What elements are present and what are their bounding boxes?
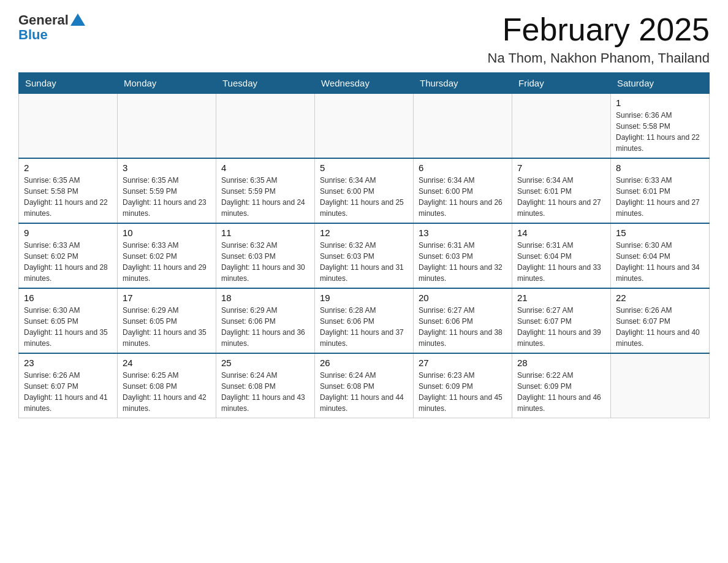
calendar-day-cell: 13Sunrise: 6:31 AMSunset: 6:03 PMDayligh…	[414, 223, 512, 288]
calendar-day-cell: 2Sunrise: 6:35 AMSunset: 5:58 PMDaylight…	[19, 158, 118, 223]
day-sun-info: Sunrise: 6:26 AMSunset: 6:07 PMDaylight:…	[24, 370, 112, 414]
logo-triangle-icon	[70, 13, 85, 26]
calendar-week-row: 16Sunrise: 6:30 AMSunset: 6:05 PMDayligh…	[19, 288, 710, 353]
day-sun-info: Sunrise: 6:25 AMSunset: 6:08 PMDaylight:…	[123, 370, 211, 414]
day-of-week-header: Monday	[118, 73, 216, 94]
day-number: 3	[123, 163, 211, 173]
day-number: 22	[616, 293, 704, 303]
day-sun-info: Sunrise: 6:36 AMSunset: 5:58 PMDaylight:…	[616, 110, 704, 154]
day-sun-info: Sunrise: 6:34 AMSunset: 6:00 PMDaylight:…	[419, 175, 507, 219]
page-header: General Blue February 2025 Na Thom, Nakh…	[18, 12, 710, 66]
calendar-day-cell: 7Sunrise: 6:34 AMSunset: 6:01 PMDaylight…	[512, 158, 611, 223]
calendar-day-cell	[512, 94, 611, 159]
calendar-day-cell	[216, 94, 315, 159]
day-sun-info: Sunrise: 6:23 AMSunset: 6:09 PMDaylight:…	[419, 370, 507, 414]
day-sun-info: Sunrise: 6:27 AMSunset: 6:07 PMDaylight:…	[517, 305, 605, 349]
day-number: 27	[419, 358, 507, 368]
day-sun-info: Sunrise: 6:29 AMSunset: 6:05 PMDaylight:…	[123, 305, 211, 349]
day-sun-info: Sunrise: 6:27 AMSunset: 6:06 PMDaylight:…	[419, 305, 507, 349]
calendar-location: Na Thom, Nakhon Phanom, Thailand	[488, 50, 710, 66]
day-sun-info: Sunrise: 6:28 AMSunset: 6:06 PMDaylight:…	[320, 305, 408, 349]
day-sun-info: Sunrise: 6:26 AMSunset: 6:07 PMDaylight:…	[616, 305, 704, 349]
calendar-title: February 2025	[488, 12, 710, 47]
day-sun-info: Sunrise: 6:33 AMSunset: 6:02 PMDaylight:…	[123, 240, 211, 284]
calendar-day-cell: 22Sunrise: 6:26 AMSunset: 6:07 PMDayligh…	[611, 288, 710, 353]
calendar-week-row: 2Sunrise: 6:35 AMSunset: 5:58 PMDaylight…	[19, 158, 710, 223]
day-sun-info: Sunrise: 6:31 AMSunset: 6:03 PMDaylight:…	[419, 240, 507, 284]
calendar-week-row: 23Sunrise: 6:26 AMSunset: 6:07 PMDayligh…	[19, 353, 710, 418]
day-of-week-header: Thursday	[414, 73, 512, 94]
day-number: 6	[419, 163, 507, 173]
calendar-day-cell: 11Sunrise: 6:32 AMSunset: 6:03 PMDayligh…	[216, 223, 315, 288]
calendar-day-cell: 8Sunrise: 6:33 AMSunset: 6:01 PMDaylight…	[611, 158, 710, 223]
day-number: 18	[221, 293, 309, 303]
calendar-day-cell: 26Sunrise: 6:24 AMSunset: 6:08 PMDayligh…	[315, 353, 414, 418]
day-number: 23	[24, 358, 112, 368]
day-sun-info: Sunrise: 6:35 AMSunset: 5:59 PMDaylight:…	[221, 175, 309, 219]
calendar-day-cell: 14Sunrise: 6:31 AMSunset: 6:04 PMDayligh…	[512, 223, 611, 288]
day-sun-info: Sunrise: 6:34 AMSunset: 6:01 PMDaylight:…	[517, 175, 605, 219]
calendar-day-cell: 28Sunrise: 6:22 AMSunset: 6:09 PMDayligh…	[512, 353, 611, 418]
day-number: 10	[123, 228, 211, 238]
day-sun-info: Sunrise: 6:29 AMSunset: 6:06 PMDaylight:…	[221, 305, 309, 349]
day-number: 11	[221, 228, 309, 238]
calendar-day-cell	[414, 94, 512, 159]
day-number: 16	[24, 293, 112, 303]
calendar-header-row: SundayMondayTuesdayWednesdayThursdayFrid…	[19, 73, 710, 94]
calendar-day-cell: 19Sunrise: 6:28 AMSunset: 6:06 PMDayligh…	[315, 288, 414, 353]
day-number: 8	[616, 163, 704, 173]
logo: General Blue	[18, 12, 85, 43]
calendar-day-cell	[19, 94, 118, 159]
day-number: 14	[517, 228, 605, 238]
day-number: 15	[616, 228, 704, 238]
day-number: 4	[221, 163, 309, 173]
calendar-day-cell: 12Sunrise: 6:32 AMSunset: 6:03 PMDayligh…	[315, 223, 414, 288]
day-number: 26	[320, 358, 408, 368]
day-sun-info: Sunrise: 6:30 AMSunset: 6:04 PMDaylight:…	[616, 240, 704, 284]
logo-blue-text: Blue	[18, 27, 48, 43]
calendar-day-cell: 15Sunrise: 6:30 AMSunset: 6:04 PMDayligh…	[611, 223, 710, 288]
calendar-day-cell	[315, 94, 414, 159]
day-sun-info: Sunrise: 6:34 AMSunset: 6:00 PMDaylight:…	[320, 175, 408, 219]
title-section: February 2025 Na Thom, Nakhon Phanom, Th…	[488, 12, 710, 66]
day-sun-info: Sunrise: 6:31 AMSunset: 6:04 PMDaylight:…	[517, 240, 605, 284]
day-number: 5	[320, 163, 408, 173]
calendar-week-row: 9Sunrise: 6:33 AMSunset: 6:02 PMDaylight…	[19, 223, 710, 288]
calendar-day-cell: 18Sunrise: 6:29 AMSunset: 6:06 PMDayligh…	[216, 288, 315, 353]
day-number: 19	[320, 293, 408, 303]
day-sun-info: Sunrise: 6:33 AMSunset: 6:02 PMDaylight:…	[24, 240, 112, 284]
calendar-day-cell: 24Sunrise: 6:25 AMSunset: 6:08 PMDayligh…	[118, 353, 216, 418]
calendar-day-cell	[118, 94, 216, 159]
day-number: 12	[320, 228, 408, 238]
day-number: 2	[24, 163, 112, 173]
day-number: 20	[419, 293, 507, 303]
day-sun-info: Sunrise: 6:24 AMSunset: 6:08 PMDaylight:…	[320, 370, 408, 414]
day-number: 13	[419, 228, 507, 238]
calendar-table: SundayMondayTuesdayWednesdayThursdayFrid…	[18, 72, 710, 418]
day-sun-info: Sunrise: 6:32 AMSunset: 6:03 PMDaylight:…	[320, 240, 408, 284]
calendar-day-cell: 21Sunrise: 6:27 AMSunset: 6:07 PMDayligh…	[512, 288, 611, 353]
calendar-day-cell: 3Sunrise: 6:35 AMSunset: 5:59 PMDaylight…	[118, 158, 216, 223]
calendar-day-cell: 20Sunrise: 6:27 AMSunset: 6:06 PMDayligh…	[414, 288, 512, 353]
day-of-week-header: Sunday	[19, 73, 118, 94]
day-sun-info: Sunrise: 6:30 AMSunset: 6:05 PMDaylight:…	[24, 305, 112, 349]
day-of-week-header: Tuesday	[216, 73, 315, 94]
day-number: 21	[517, 293, 605, 303]
calendar-day-cell: 10Sunrise: 6:33 AMSunset: 6:02 PMDayligh…	[118, 223, 216, 288]
calendar-day-cell: 1Sunrise: 6:36 AMSunset: 5:58 PMDaylight…	[611, 94, 710, 159]
calendar-day-cell: 5Sunrise: 6:34 AMSunset: 6:00 PMDaylight…	[315, 158, 414, 223]
calendar-day-cell: 4Sunrise: 6:35 AMSunset: 5:59 PMDaylight…	[216, 158, 315, 223]
logo-general-text: General	[18, 12, 69, 28]
day-number: 24	[123, 358, 211, 368]
calendar-day-cell: 16Sunrise: 6:30 AMSunset: 6:05 PMDayligh…	[19, 288, 118, 353]
calendar-day-cell: 9Sunrise: 6:33 AMSunset: 6:02 PMDaylight…	[19, 223, 118, 288]
calendar-day-cell: 25Sunrise: 6:24 AMSunset: 6:08 PMDayligh…	[216, 353, 315, 418]
day-of-week-header: Wednesday	[315, 73, 414, 94]
day-of-week-header: Saturday	[611, 73, 710, 94]
day-number: 9	[24, 228, 112, 238]
day-sun-info: Sunrise: 6:33 AMSunset: 6:01 PMDaylight:…	[616, 175, 704, 219]
day-sun-info: Sunrise: 6:24 AMSunset: 6:08 PMDaylight:…	[221, 370, 309, 414]
calendar-week-row: 1Sunrise: 6:36 AMSunset: 5:58 PMDaylight…	[19, 94, 710, 159]
day-number: 28	[517, 358, 605, 368]
day-number: 17	[123, 293, 211, 303]
